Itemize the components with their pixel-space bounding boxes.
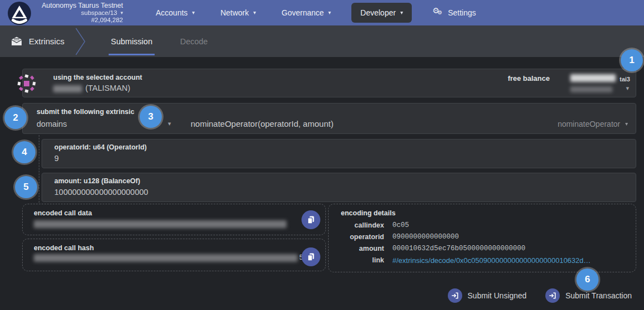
param-amount-input[interactable]: 100000000000000000000 <box>54 188 148 197</box>
extrinsics-page: Autonomys Taurus Testnet subspace/13 ▾ #… <box>0 0 644 310</box>
chevron-down-icon: ▾ <box>192 10 195 16</box>
amount-label: amount <box>329 245 384 252</box>
pallet-dropdown-caret-icon[interactable]: ▾ <box>168 120 171 127</box>
autonomys-logo-icon[interactable] <box>8 2 31 25</box>
account-name-redacted <box>53 85 82 92</box>
extrinsics-envelope-icon <box>11 37 22 46</box>
menu-network[interactable]: Network ▾ <box>208 8 269 17</box>
copy-icon <box>306 215 315 224</box>
menu-developer-label: Developer <box>360 8 396 17</box>
decode-link[interactable]: #/extrinsics/decode/0x0c0509000000000000… <box>392 256 591 265</box>
submit-unsigned-button[interactable]: Submit Unsigned <box>448 288 527 303</box>
menu-governance-label: Governance <box>282 8 324 17</box>
balance-unit: tai3 <box>620 76 630 82</box>
callindex-label: callindex <box>329 221 384 229</box>
chevron-down-icon: ▾ <box>400 10 403 16</box>
menu-accounts[interactable]: Accounts ▾ <box>143 8 208 17</box>
param-amount-label: amount: u128 (BalanceOf) <box>54 177 140 185</box>
method-dropdown-caret-icon: ▾ <box>625 121 628 127</box>
chain-selector-label: subspace/13 <box>81 9 117 17</box>
account-name-suffix: (TALISMAN) <box>85 84 130 92</box>
section-title: Extrinsics <box>29 37 64 46</box>
link-label: link <box>329 256 384 264</box>
account-identicon[interactable] <box>17 74 36 93</box>
menu-settings[interactable]: ⚙ ⚙ Settings <box>420 8 489 18</box>
encoded-call-hash-label: encoded call hash <box>34 244 94 252</box>
amount-value: 000010632d5ec76b0500000000000000 <box>392 245 525 252</box>
section-divider-chevron <box>74 28 86 55</box>
network-name: Autonomys Taurus Testnet <box>37 2 123 9</box>
param-operatorid-input[interactable]: 9 <box>54 154 59 163</box>
param-nesting-line <box>39 135 39 203</box>
tab-submission[interactable]: Submission <box>108 25 156 57</box>
encoded-call-data-box: encoded call data <box>22 204 326 235</box>
gears-icon: ⚙ ⚙ <box>432 8 443 18</box>
sign-in-icon <box>448 288 462 303</box>
param-operatorid-label: operatorId: u64 (OperatorId) <box>54 143 147 151</box>
network-info: Autonomys Taurus Testnet subspace/13 ▾ #… <box>37 2 123 24</box>
annotation-badge-3: 3 <box>140 106 162 128</box>
copy-icon <box>306 252 315 261</box>
annotation-badge-1: 1 <box>621 49 643 71</box>
chevron-down-icon: ▾ <box>120 11 123 16</box>
account-select-panel[interactable]: using the selected account (TALISMAN) fr… <box>22 69 636 97</box>
menu-network-label: Network <box>221 8 249 17</box>
pallet-select[interactable]: domains <box>37 120 67 128</box>
annotation-badge-5: 5 <box>15 176 37 198</box>
callindex-value: 0c05 <box>392 221 409 229</box>
account-secondary-redacted <box>570 86 612 92</box>
call-signature: nominateOperator(operatorId, amount) <box>191 119 334 128</box>
encoded-call-hash-redacted <box>34 254 298 262</box>
extrinsic-row-label: submit the following extrinsic <box>37 108 134 116</box>
top-navbar: Autonomys Taurus Testnet subspace/13 ▾ #… <box>0 0 644 25</box>
method-select-value: nominateOperator <box>558 120 620 128</box>
param-operatorid-field: operatorId: u64 (OperatorId) 9 <box>42 139 636 168</box>
copy-call-data-button[interactable] <box>301 210 320 229</box>
submit-unsigned-label: Submit Unsigned <box>468 291 527 300</box>
chain-selector[interactable]: subspace/13 ▾ <box>37 9 123 17</box>
account-row-label: using the selected account <box>53 74 142 81</box>
account-dropdown-caret-icon[interactable]: ▾ <box>626 85 629 92</box>
method-select[interactable]: nominateOperator ▾ <box>558 120 628 128</box>
section-extrinsics: Extrinsics <box>11 37 69 46</box>
param-amount-field: amount: u128 (BalanceOf) 100000000000000… <box>42 173 636 202</box>
encoded-call-data-label: encoded call data <box>34 209 92 217</box>
sign-in-icon <box>545 288 560 303</box>
menu-settings-label: Settings <box>448 8 476 17</box>
extrinsic-select-panel: submit the following extrinsic domains ▾… <box>22 103 636 134</box>
submit-transaction-label: Submit Transaction <box>565 291 632 300</box>
submit-actions: Submit Unsigned Submit Transaction <box>448 288 632 303</box>
encoded-call-hash-box: encoded call hash 5 <box>22 239 326 271</box>
annotation-badge-6: 6 <box>576 268 599 291</box>
annotation-badge-4: 4 <box>13 141 35 163</box>
navbar-menus: Accounts ▾ Network ▾ Governance ▾ Develo… <box>143 3 489 23</box>
chevron-down-icon: ▾ <box>253 10 256 16</box>
menu-governance[interactable]: Governance ▾ <box>269 8 344 17</box>
encoding-details-box: encoding details callindex 0c05 operator… <box>328 204 636 272</box>
copy-call-hash-button[interactable] <box>301 247 320 266</box>
free-balance-label: free balance <box>508 74 550 82</box>
menu-accounts-label: Accounts <box>156 8 188 17</box>
encoded-call-data-redacted <box>34 220 287 228</box>
operatorid-label: operatorid <box>329 233 384 241</box>
free-balance-redacted <box>570 74 616 82</box>
menu-developer-active[interactable]: Developer ▾ <box>351 3 412 23</box>
block-number: #2,094,282 <box>37 17 123 24</box>
encoding-details-title: encoding details <box>341 209 396 217</box>
annotation-badge-2: 2 <box>4 107 27 129</box>
chevron-down-icon: ▾ <box>328 10 331 16</box>
tab-decode[interactable]: Decode <box>177 25 211 57</box>
operatorid-value: 0900000000000000 <box>392 233 459 241</box>
tab-bar: Extrinsics Submission Decode <box>0 25 644 57</box>
